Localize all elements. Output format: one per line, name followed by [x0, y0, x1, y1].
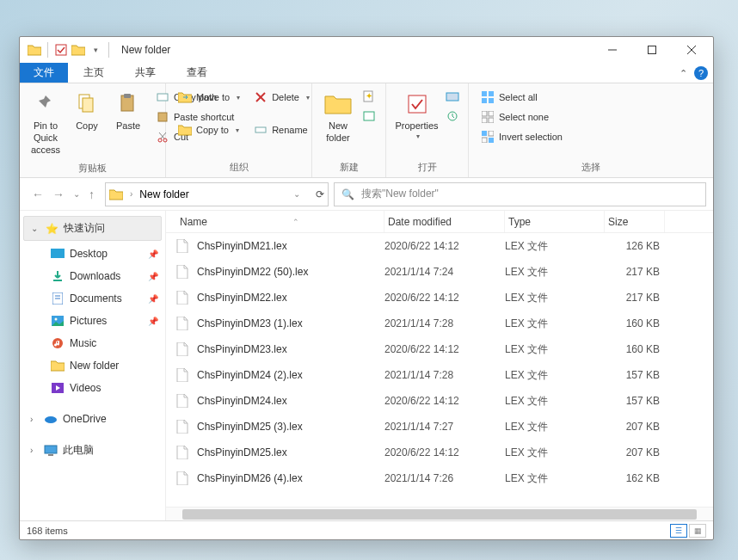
new-item-icon[interactable]: ✦ [362, 90, 376, 102]
chevron-right-icon[interactable]: › [30, 446, 39, 455]
collapse-ribbon-icon[interactable]: ⌃ [680, 68, 687, 79]
copy-button[interactable]: Copy [66, 87, 108, 136]
invert-selection-button[interactable]: Invert selection [477, 128, 566, 145]
menu-tab-view[interactable]: 查看 [171, 63, 223, 83]
file-row[interactable]: ChsPinyinDM23.lex2020/6/22 14:12LEX 文件16… [166, 336, 713, 362]
col-date[interactable]: Date modified [384, 211, 505, 232]
file-size: 126 KB [605, 240, 665, 252]
status-item-count: 168 items [27, 526, 68, 536]
pin-icon: 📌 [148, 272, 158, 281]
svg-rect-20 [364, 112, 374, 120]
svg-rect-31 [489, 118, 494, 123]
file-name: ChsPinyinDM25 (3).lex [197, 421, 384, 433]
view-details-button[interactable]: ☰ [670, 524, 687, 538]
nav-recent-icon[interactable]: ⌄ [73, 189, 80, 199]
folder-qat-icon[interactable] [71, 42, 86, 58]
address-text[interactable]: New folder [139, 188, 188, 200]
sidebar-item-icon [51, 336, 65, 350]
file-row[interactable]: ChsPinyinDM26 (4).lex2021/1/14 7:26LEX 文… [166, 465, 713, 491]
address-folder-icon [109, 188, 123, 200]
sidebar-item-pictures[interactable]: Pictures📌 [20, 310, 165, 332]
file-row[interactable]: ChsPinyinDM24.lex2020/6/22 14:12LEX 文件15… [166, 388, 713, 414]
paste-button[interactable]: Paste [108, 87, 149, 136]
file-row[interactable]: ChsPinyinDM22 (50).lex2021/1/14 7:24LEX … [166, 259, 713, 285]
horizontal-scrollbar[interactable] [166, 507, 713, 520]
history-icon[interactable] [446, 110, 459, 122]
svg-rect-34 [482, 138, 487, 143]
window-title: New folder [121, 44, 593, 56]
search-box[interactable]: 🔍 搜索"New folder" [334, 182, 706, 206]
address-dropdown-icon[interactable]: ⌄ [293, 189, 300, 199]
rename-button[interactable]: Rename [250, 121, 313, 138]
file-row[interactable]: ChsPinyinDM24 (2).lex2021/1/14 7:28LEX 文… [166, 362, 713, 388]
easy-access-icon[interactable] [362, 110, 376, 122]
new-folder-button[interactable]: New folder [317, 87, 359, 148]
minimize-button[interactable] [593, 37, 632, 63]
file-icon [176, 368, 190, 382]
sidebar-item-documents[interactable]: Documents📌 [20, 287, 165, 310]
menu-tab-share[interactable]: 共享 [120, 63, 171, 83]
file-icon [176, 265, 190, 279]
file-row[interactable]: ChsPinyinDM25 (3).lex2021/1/14 7:27LEX 文… [166, 414, 713, 440]
sidebar-onedrive[interactable]: › OneDrive [20, 408, 165, 430]
explorer-window: ▾ New folder 文件 主页 共享 查看 ⌃ ? Pin to Quic… [19, 36, 714, 540]
svg-rect-2 [649, 46, 656, 54]
view-large-icons-button[interactable]: ▦ [689, 524, 706, 538]
sidebar-item-downloads[interactable]: Downloads📌 [20, 265, 165, 287]
file-name: ChsPinyinDM25.lex [197, 446, 384, 458]
file-row[interactable]: ChsPinyinDM22.lex2020/6/22 14:12LEX 文件21… [166, 285, 713, 311]
column-headers: Name⌃ Date modified Type Size [166, 211, 713, 233]
menu-tab-home[interactable]: 主页 [68, 63, 120, 83]
chevron-right-icon[interactable]: › [30, 415, 39, 424]
file-row[interactable]: ChsPinyinDM21.lex2020/6/22 14:12LEX 文件12… [166, 233, 713, 259]
svg-rect-33 [489, 131, 494, 136]
search-placeholder: 搜索"New folder" [361, 187, 439, 201]
pin-quick-access-button[interactable]: Pin to Quick access [25, 87, 66, 159]
col-type[interactable]: Type [505, 211, 605, 232]
sidebar-quick-access[interactable]: ⌄ ⭐ 快速访问 [23, 216, 162, 241]
sidebar-item-label: New folder [70, 360, 119, 372]
sidebar-this-pc[interactable]: › 此电脑 [20, 439, 165, 462]
nav-up-icon[interactable]: ↑ [89, 188, 95, 201]
sidebar-item-new-folder[interactable]: New folder [20, 354, 165, 377]
move-to-button[interactable]: Move to▾ [175, 89, 243, 106]
file-row[interactable]: ChsPinyinDM25.lex2020/6/22 14:12LEX 文件20… [166, 440, 713, 465]
nav-back-icon[interactable]: ← [32, 188, 44, 201]
svg-point-45 [45, 416, 57, 423]
delete-button[interactable]: Delete▾ [250, 89, 313, 106]
svg-rect-0 [56, 45, 66, 55]
titlebar[interactable]: ▾ New folder [20, 37, 713, 63]
sidebar-item-desktop[interactable]: Desktop📌 [20, 243, 165, 265]
file-list: Name⌃ Date modified Type Size ChsPinyinD… [166, 211, 713, 520]
pin-icon [32, 90, 59, 118]
close-button[interactable] [672, 37, 711, 63]
sidebar-item-videos[interactable]: Videos [20, 377, 165, 399]
nav-forward-icon[interactable]: → [52, 188, 65, 201]
menu-file[interactable]: 文件 [20, 63, 68, 83]
help-icon[interactable]: ? [694, 66, 708, 80]
select-all-button[interactable]: Select all [477, 89, 566, 106]
svg-point-11 [158, 138, 162, 142]
properties-qat-icon[interactable] [53, 42, 69, 58]
maximize-button[interactable] [632, 37, 672, 63]
delete-icon [254, 90, 268, 104]
copy-to-button[interactable]: Copy to▾ [175, 121, 243, 138]
qat-dropdown-icon[interactable]: ▾ [88, 42, 103, 58]
col-size[interactable]: Size [605, 211, 665, 232]
move-to-icon [178, 90, 192, 104]
sidebar-item-music[interactable]: Music [20, 332, 165, 354]
new-folder-icon [324, 90, 352, 118]
properties-button[interactable]: Properties▾ [391, 87, 442, 145]
open-icon[interactable] [446, 90, 459, 102]
chevron-down-icon[interactable]: ⌄ [31, 224, 40, 233]
file-name: ChsPinyinDM21.lex [197, 240, 384, 252]
col-name[interactable]: Name⌃ [176, 211, 384, 232]
refresh-icon[interactable]: ⟳ [316, 188, 324, 200]
invert-selection-icon [481, 130, 495, 144]
file-name: ChsPinyinDM24 (2).lex [197, 369, 384, 381]
file-row[interactable]: ChsPinyinDM23 (1).lex2021/1/14 7:28LEX 文… [166, 311, 713, 336]
address-bar[interactable]: › New folder ⌄ ⟳ [105, 182, 329, 206]
folder-icon[interactable] [27, 42, 42, 58]
select-none-button[interactable]: Select none [477, 108, 566, 126]
star-icon: ⭐ [45, 222, 58, 236]
